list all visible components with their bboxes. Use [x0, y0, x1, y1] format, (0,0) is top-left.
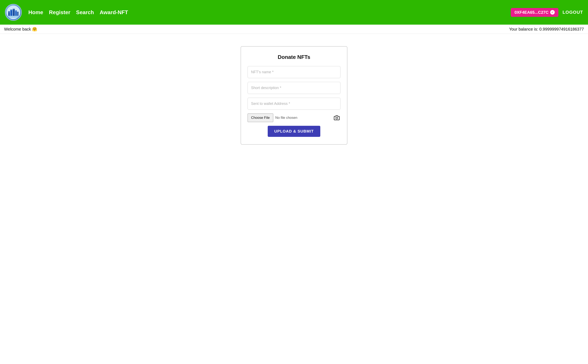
nft-name-input[interactable]: [247, 66, 341, 78]
navbar: Home Register Search Award-NFT 0XF4EA65.…: [0, 0, 588, 25]
donate-title: Donate NFTs: [247, 54, 341, 60]
sub-bar: Welcome back 🤗 Your balance is: 0.999999…: [0, 25, 588, 34]
navbar-right: 0XF4EA65...C27C LOGOUT: [511, 8, 583, 17]
nav-search[interactable]: Search: [76, 9, 94, 16]
nav-links: Home Register Search Award-NFT: [28, 9, 128, 16]
svg-rect-7: [9, 12, 10, 12]
svg-rect-2: [10, 10, 12, 16]
wallet-address: 0XF4EA65...C27C: [514, 10, 548, 15]
svg-rect-13: [16, 11, 17, 12]
short-description-input[interactable]: [247, 82, 341, 94]
nav-award-nft[interactable]: Award-NFT: [100, 9, 128, 16]
svg-rect-6: [9, 12, 9, 12]
navbar-left: Home Register Search Award-NFT: [5, 4, 128, 21]
wallet-address-input[interactable]: [247, 98, 341, 110]
svg-point-15: [336, 117, 338, 119]
nav-register[interactable]: Register: [49, 9, 70, 16]
upload-submit-button[interactable]: UPLOAD & SUBMIT: [268, 126, 320, 137]
nav-home[interactable]: Home: [28, 9, 43, 16]
choose-file-button[interactable]: Choose File: [247, 113, 273, 122]
wallet-badge: 0XF4EA65...C27C: [511, 8, 558, 17]
svg-rect-9: [12, 10, 12, 11]
svg-rect-5: [17, 12, 19, 16]
wallet-check-icon: [550, 10, 555, 15]
no-file-text: No file chosen: [275, 116, 297, 120]
main-content: Donate NFTs Choose File No file chosen U…: [0, 34, 588, 157]
welcome-text: Welcome back 🤗: [4, 27, 37, 32]
svg-rect-12: [16, 11, 16, 12]
balance-text: Your balance is: 0.999999974916186377: [509, 27, 584, 32]
svg-rect-14: [8, 16, 19, 18]
logo: [5, 4, 22, 21]
svg-rect-10: [13, 9, 13, 10]
donate-card: Donate NFTs Choose File No file chosen U…: [241, 46, 347, 145]
svg-rect-11: [14, 9, 14, 10]
svg-rect-8: [11, 10, 11, 11]
file-row: Choose File No file chosen: [247, 113, 341, 122]
camera-icon[interactable]: [333, 114, 341, 122]
logout-button[interactable]: LOGOUT: [562, 10, 583, 15]
svg-rect-3: [13, 9, 15, 16]
